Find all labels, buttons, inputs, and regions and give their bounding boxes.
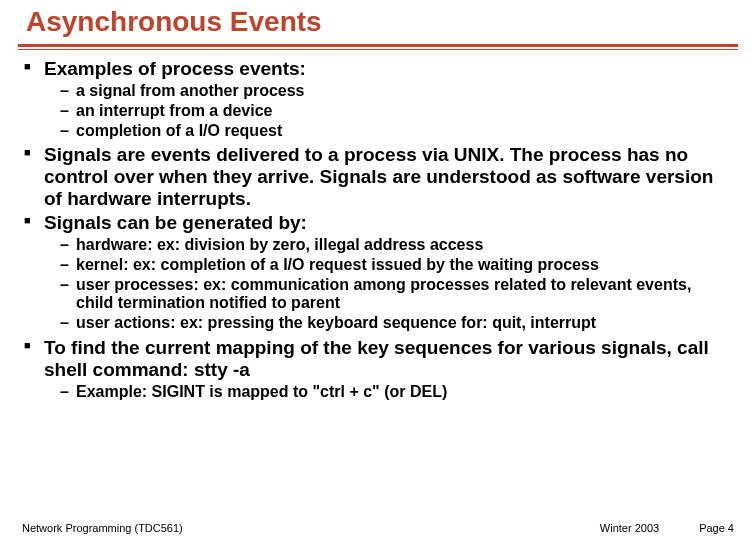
slide-footer: Network Programming (TDC561) Winter 2003… [0, 522, 756, 534]
bullet-2: Signals are events delivered to a proces… [18, 144, 738, 210]
bullet-1b: an interrupt from a device [44, 102, 732, 121]
bullet-3a: hardware: ex: division by zero, illegal … [44, 236, 732, 255]
bullet-1-text: Examples of process events: [44, 58, 306, 79]
bullet-3d: user actions: ex: pressing the keyboard … [44, 314, 732, 333]
bullet-1: Examples of process events: a signal fro… [18, 58, 738, 140]
bullet-4-text: To find the current mapping of the key s… [44, 337, 709, 380]
bullet-1a: a signal from another process [44, 82, 732, 101]
bullet-3: Signals can be generated by: hardware: e… [18, 212, 738, 333]
bullet-4: To find the current mapping of the key s… [18, 337, 738, 402]
footer-term: Winter 2003 [600, 522, 659, 534]
title-rule-thick [18, 44, 738, 47]
slide-title: Asynchronous Events [18, 0, 738, 44]
bullet-3-sublist: hardware: ex: division by zero, illegal … [44, 236, 732, 333]
bullet-3c: user processes: ex: communication among … [44, 276, 732, 314]
bullet-4-sublist: Example: SIGINT is mapped to "ctrl + c" … [44, 383, 732, 402]
bullet-list: Examples of process events: a signal fro… [18, 58, 738, 402]
bullet-1c: completion of a I/O request [44, 122, 732, 141]
title-rule-thin [18, 49, 738, 50]
footer-left: Network Programming (TDC561) [22, 522, 183, 534]
bullet-3-text: Signals can be generated by: [44, 212, 307, 233]
bullet-4a: Example: SIGINT is mapped to "ctrl + c" … [44, 383, 732, 402]
bullet-3b: kernel: ex: completion of a I/O request … [44, 256, 732, 275]
bullet-1-sublist: a signal from another process an interru… [44, 82, 732, 141]
footer-page: Page 4 [699, 522, 734, 534]
